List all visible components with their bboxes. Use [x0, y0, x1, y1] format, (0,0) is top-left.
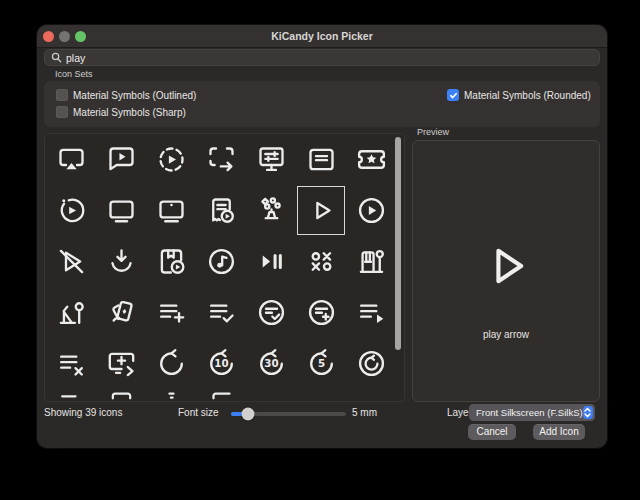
icon-play-circle[interactable]	[346, 185, 396, 236]
svg-text:30: 30	[264, 357, 278, 369]
icon-playground[interactable]	[46, 287, 96, 338]
icon-airplay[interactable]	[46, 134, 96, 185]
icon-play-arrow[interactable]	[296, 185, 346, 236]
icon-local-play[interactable]	[346, 134, 396, 185]
checkbox-material-symbols-outlined[interactable]: Material Symbols (Outlined)	[56, 89, 196, 101]
icon-play-shapes[interactable]	[246, 185, 296, 236]
icon-playing-cards[interactable]	[96, 287, 146, 338]
layer-select-value: Front Silkscreen (F.SilkS)	[476, 407, 583, 418]
grid-scrollbar[interactable]	[395, 137, 401, 350]
icon-replay-30[interactable]: 30	[246, 338, 296, 389]
font-size-value: 5 mm	[352, 407, 377, 418]
cancel-button[interactable]: Cancel	[468, 424, 516, 440]
window-title: KiCandy Icon Picker	[37, 25, 607, 47]
status-bar: Showing 39 icons Font size 5 mm Layer Fr…	[37, 403, 607, 448]
search-field[interactable]	[44, 49, 600, 66]
icon-play-for-work[interactable]	[96, 236, 146, 287]
preview-caption: play arrow	[413, 329, 599, 340]
icon-sets-panel: Material Symbols (Outlined) Material Sym…	[44, 81, 600, 127]
icon-playlist-add[interactable]	[146, 287, 196, 338]
checkbox-label: Material Symbols (Rounded)	[464, 90, 591, 101]
checkbox-label: Material Symbols (Sharp)	[73, 107, 186, 118]
checkbox-box	[56, 89, 68, 101]
title-bar: KiCandy Icon Picker	[37, 25, 607, 48]
icon-playlist-add-check[interactable]	[196, 287, 246, 338]
icon-receipt-play[interactable]	[196, 185, 246, 236]
icon-replay-circle-filled[interactable]	[346, 338, 396, 389]
checkbox-box	[56, 106, 68, 118]
checkbox-label: Material Symbols (Outlined)	[73, 90, 196, 101]
icon-tv-display[interactable]	[146, 185, 196, 236]
svg-text:5: 5	[317, 357, 324, 369]
icon-playlist-remove[interactable]	[46, 338, 96, 389]
icon-grid: 10305	[45, 134, 396, 402]
icon-replay-10[interactable]: 10	[196, 338, 246, 389]
layer-select[interactable]: Front Silkscreen (F.SilkS)	[469, 404, 595, 421]
play-arrow-preview-icon	[480, 238, 532, 298]
font-size-slider[interactable]	[231, 412, 346, 416]
icon-sets-label: Icon Sets	[55, 69, 93, 79]
showing-count: Showing 39 icons	[44, 407, 122, 418]
icon-smart-display[interactable]	[96, 185, 146, 236]
checkbox-material-symbols-sharp[interactable]: Material Symbols (Sharp)	[56, 106, 186, 118]
icon-display-settings[interactable]	[246, 134, 296, 185]
icon-display-external-input[interactable]	[196, 134, 246, 185]
icon-playlist-add-circle[interactable]	[296, 287, 346, 338]
preview-box: play arrow	[412, 140, 600, 402]
icon-motion-play[interactable]	[46, 185, 96, 236]
icon-featured-play-list[interactable]	[296, 134, 346, 185]
icon-playlist-add-check-circle[interactable]	[246, 287, 296, 338]
icon-slow-motion-video-partial[interactable]	[46, 389, 96, 402]
icon-tic-tac-toe[interactable]	[296, 236, 346, 287]
checkbox-box	[447, 89, 459, 101]
icon-playlist-play[interactable]	[346, 287, 396, 338]
icon-play-music[interactable]	[196, 236, 246, 287]
svg-text:10: 10	[214, 357, 228, 369]
search-input[interactable]	[66, 52, 599, 64]
icon-slideshow-partial[interactable]	[196, 389, 246, 402]
icon-play-pause[interactable]	[246, 236, 296, 287]
icon-queue-play-next[interactable]	[96, 338, 146, 389]
check-icon	[449, 91, 458, 100]
icon-play-lesson[interactable]	[146, 236, 196, 287]
slider-knob[interactable]	[242, 407, 255, 420]
icon-smart-display-2-partial[interactable]	[96, 389, 146, 402]
preview-label: Preview	[417, 127, 449, 137]
icon-screencast-partial[interactable]	[146, 389, 196, 402]
icon-picker-dialog: KiCandy Icon Picker Icon Sets Material S…	[37, 25, 607, 448]
select-stepper-icon	[583, 406, 593, 419]
icon-replay[interactable]	[146, 338, 196, 389]
icon-play-disabled[interactable]	[46, 236, 96, 287]
icon-replay-5[interactable]: 5	[296, 338, 346, 389]
add-icon-button[interactable]: Add Icon	[533, 424, 585, 440]
magnifier-icon	[51, 52, 62, 63]
checkbox-material-symbols-rounded[interactable]: Material Symbols (Rounded)	[447, 89, 591, 101]
icon-play-message[interactable]	[96, 134, 146, 185]
icon-autoplay[interactable]	[146, 134, 196, 185]
icon-grid-panel: 10305	[44, 133, 405, 402]
font-size-label: Font size	[178, 407, 219, 418]
icon-swing[interactable]	[346, 236, 396, 287]
